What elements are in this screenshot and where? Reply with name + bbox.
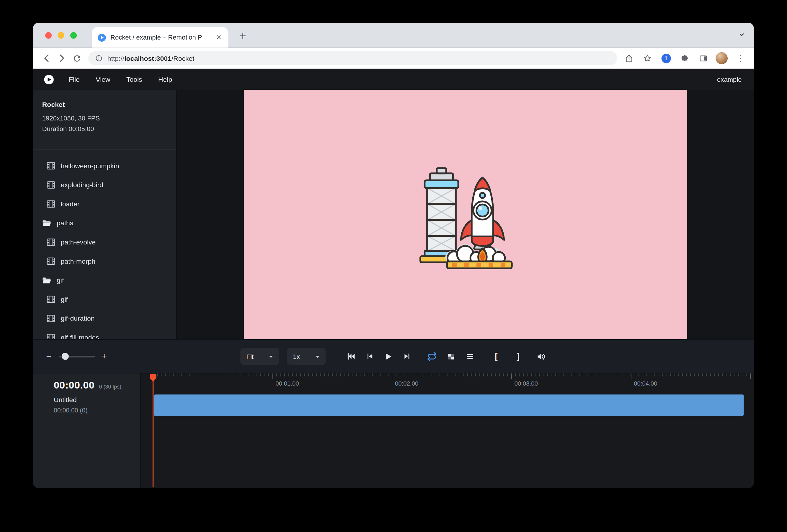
sequence-icon bbox=[47, 238, 55, 246]
sequence-icon bbox=[47, 181, 55, 189]
sidebar-folder-paths[interactable]: paths bbox=[33, 213, 176, 233]
menu-file[interactable]: File bbox=[61, 69, 88, 90]
transport-controls bbox=[346, 351, 412, 362]
sidebar-item-label: halloween-pumpkin bbox=[61, 162, 119, 169]
playback-speed-dropdown[interactable]: 1x bbox=[287, 348, 326, 365]
ruler-major-ticks bbox=[153, 374, 751, 379]
bookmark-star-icon[interactable] bbox=[640, 51, 655, 66]
sidebar-item-exploding-bird[interactable]: exploding-bird bbox=[33, 175, 176, 194]
zoom-in-icon[interactable]: + bbox=[102, 352, 107, 361]
loop-icon[interactable] bbox=[427, 351, 438, 362]
sidebar-item-gif-fill-modes[interactable]: gif-fill-modes bbox=[33, 328, 176, 339]
fullscreen-window-button[interactable] bbox=[70, 32, 77, 39]
playback-control-bar: − + Fit 1x bbox=[33, 339, 753, 373]
forward-icon[interactable] bbox=[54, 51, 69, 66]
bundle-name-label[interactable]: example bbox=[717, 76, 743, 83]
tab-overflow-chevron-icon[interactable] bbox=[737, 29, 747, 40]
sequence-icon bbox=[47, 295, 55, 303]
previous-frame-icon[interactable] bbox=[364, 351, 375, 362]
transparency-checkerboard-icon[interactable] bbox=[445, 351, 456, 362]
out-point-bracket-icon[interactable]: ] bbox=[517, 352, 519, 361]
jump-to-end-icon[interactable] bbox=[402, 351, 412, 362]
sequence-icon bbox=[47, 162, 55, 169]
sequence-icon bbox=[47, 200, 55, 208]
sidebar-item-label: gif-fill-modes bbox=[61, 334, 99, 340]
remotion-app: File View Tools Help example Rocket 1920… bbox=[33, 69, 753, 488]
browser-menu-kebab-icon[interactable]: ⋮ bbox=[733, 51, 748, 66]
tab-strip: Rocket / example – Remotion P × + bbox=[33, 23, 753, 48]
reload-icon[interactable] bbox=[69, 51, 84, 66]
address-bar[interactable]: http://localhost:3001/Rocket bbox=[88, 51, 617, 65]
composition-title: Rocket bbox=[42, 101, 167, 109]
content-row: Rocket 1920x1080, 30 FPS Duration 00:05.… bbox=[33, 90, 753, 339]
sidebar-item-label: gif bbox=[61, 295, 68, 303]
timeline-panel: 00:00.00 0 (30 fps) Untitled 00:00.00 (0… bbox=[33, 373, 753, 488]
canvas-size-dropdown[interactable]: Fit bbox=[240, 348, 279, 365]
ruler-label: 00:02.00 bbox=[395, 380, 418, 387]
side-panel-icon[interactable] bbox=[696, 51, 710, 66]
browser-window: Rocket / example – Remotion P × + bbox=[33, 23, 753, 489]
chevron-down-icon bbox=[316, 356, 320, 360]
sidebar-item-gif-duration[interactable]: gif-duration bbox=[33, 309, 176, 328]
menu-view[interactable]: View bbox=[88, 69, 119, 90]
timeline-track-bar[interactable] bbox=[154, 395, 744, 416]
close-tab-icon[interactable]: × bbox=[215, 33, 222, 42]
volume-icon[interactable] bbox=[535, 351, 547, 362]
render-queue-lines-icon[interactable] bbox=[465, 351, 475, 362]
sidebar-item-label: gif bbox=[57, 276, 64, 284]
browser-toolbar: http://localhost:3001/Rocket 1 bbox=[33, 48, 753, 69]
canvas-size-value: Fit bbox=[246, 353, 254, 360]
browser-tab[interactable]: Rocket / example – Remotion P × bbox=[92, 27, 228, 48]
preview-canvas[interactable] bbox=[243, 90, 687, 339]
play-icon[interactable] bbox=[383, 351, 394, 362]
menu-help[interactable]: Help bbox=[150, 69, 180, 90]
window-controls bbox=[45, 32, 77, 39]
sidebar-item-path-morph[interactable]: path-morph bbox=[33, 252, 176, 271]
url-text: http://localhost:3001/Rocket bbox=[107, 54, 194, 62]
sequence-icon bbox=[47, 314, 55, 322]
extensions-puzzle-icon[interactable] bbox=[677, 51, 692, 66]
chevron-down-icon bbox=[269, 356, 273, 360]
sidebar-item-halloween-pumpkin[interactable]: halloween-pumpkin bbox=[33, 156, 176, 175]
extension-1password-icon[interactable]: 1 bbox=[658, 51, 673, 66]
ruler-label: 00:01.00 bbox=[275, 380, 299, 387]
minimize-window-button[interactable] bbox=[58, 32, 64, 39]
menu-tools[interactable]: Tools bbox=[119, 69, 150, 90]
sidebar-item-label: exploding-bird bbox=[61, 181, 103, 189]
in-point-bracket-icon[interactable]: [ bbox=[495, 352, 498, 361]
site-info-icon[interactable] bbox=[95, 54, 103, 62]
back-icon[interactable] bbox=[39, 51, 54, 66]
composition-duration: Duration 00:05.00 bbox=[42, 123, 167, 134]
track-name[interactable]: Untitled bbox=[54, 396, 140, 404]
zoom-out-icon[interactable]: − bbox=[46, 352, 51, 361]
sidebar-item-gif[interactable]: gif bbox=[33, 290, 176, 309]
new-tab-button[interactable]: + bbox=[235, 29, 250, 44]
timeline-zoom-slider[interactable] bbox=[59, 356, 94, 357]
timeline-tracks-area[interactable]: 00:01.00 00:02.00 00:03.00 00:04.00 bbox=[141, 374, 753, 488]
current-timecode: 00:00.00 bbox=[54, 379, 94, 391]
desktop: Rocket / example – Remotion P × + bbox=[0, 0, 787, 532]
share-icon[interactable] bbox=[621, 51, 636, 66]
remotion-logo-icon[interactable] bbox=[44, 75, 54, 84]
app-menu-bar: File View Tools Help example bbox=[33, 69, 753, 90]
playhead-handle[interactable] bbox=[150, 374, 157, 383]
sidebar-item-label: path-evolve bbox=[61, 238, 96, 246]
folder-open-icon bbox=[42, 276, 51, 284]
sidebar-folder-gif[interactable]: gif bbox=[33, 271, 176, 290]
view-option-controls: [ ] bbox=[427, 351, 547, 362]
close-window-button[interactable] bbox=[45, 32, 52, 39]
compositions-sidebar: Rocket 1920x1080, 30 FPS Duration 00:05.… bbox=[33, 90, 176, 339]
playhead-line[interactable] bbox=[153, 374, 153, 487]
toolbar-right-icons: 1 ⋮ bbox=[621, 51, 748, 66]
profile-avatar[interactable] bbox=[714, 51, 729, 66]
ruler-label: 00:04.00 bbox=[634, 380, 657, 387]
composition-list: halloween-pumpkin exploding-bird bbox=[33, 150, 176, 339]
sidebar-item-path-evolve[interactable]: path-evolve bbox=[33, 232, 176, 252]
slider-knob[interactable] bbox=[61, 353, 68, 360]
rocket-illustration bbox=[401, 151, 530, 278]
folder-open-icon bbox=[42, 219, 51, 227]
composition-info: Rocket 1920x1080, 30 FPS Duration 00:05.… bbox=[33, 90, 176, 134]
sidebar-item-loader[interactable]: loader bbox=[33, 194, 176, 213]
jump-to-start-icon[interactable] bbox=[346, 351, 357, 362]
playback-speed-value: 1x bbox=[293, 353, 300, 360]
